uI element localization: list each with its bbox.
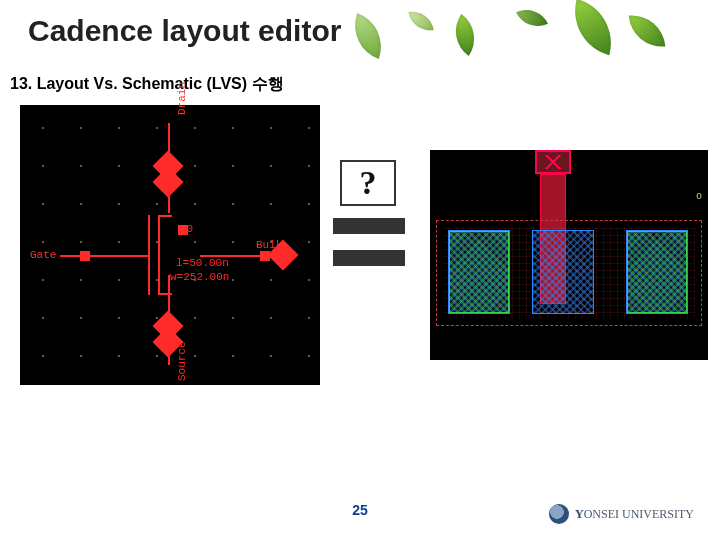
port-label-bulk: Bulk xyxy=(256,239,282,251)
port-label-gate: Gate xyxy=(30,249,56,261)
lvs-question-box: ? xyxy=(340,160,396,206)
lvs-equals-bar-bottom xyxy=(333,250,405,266)
page-number: 25 xyxy=(352,502,368,518)
layout-marker-label: o xyxy=(696,190,702,201)
layout-top-contact xyxy=(535,150,571,174)
page-title: Cadence layout editor xyxy=(28,14,341,48)
schematic-view: Drain Gate Bulk Source M0 l=50.00n w=252… xyxy=(20,105,320,385)
lvs-equals-bar-top xyxy=(333,218,405,234)
eagle-icon xyxy=(549,504,569,524)
section-heading: 13. Layout Vs. Schematic (LVS) 수행 xyxy=(10,74,284,95)
question-mark-icon: ? xyxy=(360,164,377,202)
layout-view: o xyxy=(430,150,708,360)
decorative-leaves xyxy=(320,0,700,60)
layout-active-region xyxy=(448,230,510,314)
layout-active-region xyxy=(532,230,594,314)
device-name: M0 xyxy=(180,223,193,235)
port-label-source: Source xyxy=(176,341,188,381)
layout-active-region xyxy=(626,230,688,314)
port-label-drain: Drain xyxy=(176,82,188,115)
param-w: w=252.00n xyxy=(170,271,229,283)
university-logo: YONSEI UNIVERSITY xyxy=(549,504,694,524)
university-name: YONSEI UNIVERSITY xyxy=(575,507,694,522)
param-l: l=50.00n xyxy=(176,257,229,269)
